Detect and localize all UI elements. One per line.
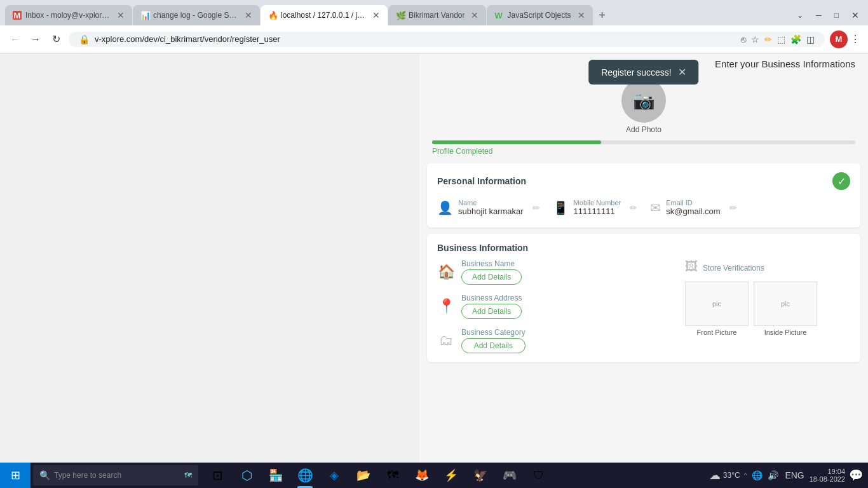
photo-circle[interactable]: 📷	[621, 78, 666, 123]
right-panel: Register success! ✕ Enter your Business …	[419, 53, 868, 488]
personal-info-check: ✓	[832, 172, 850, 190]
bikrimart-icon: 🌿	[396, 11, 405, 20]
share-icon[interactable]: ⎋	[741, 34, 746, 44]
email-details: Email ID sk@gmail.com	[666, 199, 720, 216]
new-tab-button[interactable]: +	[593, 6, 611, 24]
content-area: Register success! ✕ Enter your Business …	[0, 53, 868, 488]
taskbar-app3[interactable]: 🛡	[525, 463, 553, 488]
weather-widget[interactable]: ☁ 33°C	[709, 468, 740, 482]
business-category-add-button[interactable]: Add Details	[461, 338, 526, 353]
email-edit-button[interactable]: ✏	[729, 203, 737, 213]
highlight-icon[interactable]: ✏	[764, 34, 772, 44]
toast-close-button[interactable]: ✕	[678, 66, 686, 78]
notification-icon[interactable]: 💬	[849, 468, 863, 482]
tab-sheets-close[interactable]: ✕	[245, 10, 252, 20]
back-button[interactable]: ←	[8, 34, 23, 45]
business-name-details: Business Name Add Details	[461, 259, 522, 285]
tab-sheets[interactable]: 📊 change log - Google Sheets ✕	[133, 5, 260, 25]
url-bar[interactable]: 🔒 v-xplore.com/dev/ci_bikrimart/vendor/r…	[69, 32, 825, 47]
photo-section: 📷 Add Photo	[419, 78, 868, 134]
close-window-button[interactable]: ✕	[848, 9, 863, 22]
start-button[interactable]: ⊞	[0, 463, 31, 488]
front-picture-img[interactable]: pic	[685, 281, 749, 326]
mobile-value: 111111111	[574, 207, 621, 216]
forward-button[interactable]: →	[28, 34, 43, 45]
taskbar-date: 18-08-2022	[810, 475, 845, 483]
business-address-label: Business Address	[461, 294, 522, 302]
weather-icon: ☁	[709, 468, 721, 482]
taskbar-search-text: Type here to search	[54, 471, 121, 480]
taskbar: ⊞ 🔍 Type here to search 🗺 ⊡ ⬡ 🏪 🌐 ◈ 📂 🗺	[0, 463, 868, 488]
menu-button[interactable]: ⋮	[850, 33, 860, 45]
jsobjects-icon: W	[494, 11, 503, 20]
taskbar-widgets[interactable]: ⬡	[233, 463, 261, 488]
business-address-add-button[interactable]: Add Details	[461, 304, 522, 319]
name-value: subhojit karmakar	[458, 207, 524, 216]
email-label: Email ID	[666, 199, 720, 207]
taskbar-maps[interactable]: 🗺	[379, 463, 407, 488]
taskbar-task-view[interactable]: ⊡	[203, 463, 231, 488]
taskbar-app1[interactable]: 🦅	[466, 463, 494, 488]
language-indicator[interactable]: ENG	[783, 469, 805, 482]
browser-chrome: M Inbox - moloy@v-xplore.com ✕ 📊 change …	[0, 0, 868, 53]
inside-picture-caption: Inside Picture	[764, 329, 807, 336]
url-action-icons: ⎋ ☆ ✏ ⬚ 🧩 ◫	[741, 34, 815, 44]
tab-gmail[interactable]: M Inbox - moloy@v-xplore.com ✕	[5, 5, 132, 25]
address-bar: ← → ↻ 🔒 v-xplore.com/dev/ci_bikrimart/ve…	[0, 25, 868, 53]
left-panel	[0, 53, 419, 488]
tab-jsobjects-close[interactable]: ✕	[578, 10, 585, 20]
tab-localhost[interactable]: 🔥 localhost / 127.0.0.1 / jaduric ✕	[261, 5, 388, 25]
tab-bikrimart-close[interactable]: ✕	[471, 10, 478, 20]
taskbar-edge[interactable]: 🌐	[291, 463, 319, 488]
minimize-button[interactable]: ─	[812, 10, 825, 21]
progress-bar-fill	[432, 140, 601, 144]
extensions-icon[interactable]: 🧩	[790, 34, 801, 44]
screenshot-icon[interactable]: ⬚	[777, 34, 785, 44]
business-info-card: Business Information 🏠 Business Name Add…	[427, 234, 860, 362]
taskbar-file-explorer[interactable]: 📂	[349, 463, 377, 488]
taskbar-vscode[interactable]: ◈	[320, 463, 348, 488]
email-item: ✉ Email ID sk@gmail.com ✏	[650, 199, 736, 216]
system-tray-icons: 🌐 🔊	[750, 469, 780, 482]
mobile-item: 📱 Mobile Number 111111111 ✏	[553, 199, 638, 216]
tab-jsobjects-title: JavaScript Objects	[507, 11, 571, 20]
inside-picture-img[interactable]: pic	[754, 281, 817, 326]
taskbar-search[interactable]: 🔍 Type here to search 🗺	[33, 465, 198, 485]
phone-icon: 📱	[553, 200, 569, 215]
tab-gmail-close[interactable]: ✕	[117, 10, 125, 20]
mobile-edit-button[interactable]: ✏	[630, 203, 637, 213]
taskbar-store[interactable]: 🏪	[262, 463, 290, 488]
browser-actions: M ⋮	[830, 30, 860, 48]
add-photo-label: Add Photo	[626, 125, 661, 134]
system-tray-expand[interactable]: ^	[744, 472, 747, 479]
tab-list-button[interactable]: ⌄	[793, 10, 807, 21]
progress-bar-container	[432, 140, 855, 144]
tab-jsobjects[interactable]: W JavaScript Objects ✕	[487, 5, 592, 25]
email-icon: ✉	[650, 200, 661, 215]
bookmark-icon[interactable]: ☆	[751, 34, 759, 44]
tab-localhost-title: localhost / 127.0.0.1 / jaduric	[281, 11, 366, 20]
tab-bikrimart-title: Bikrimart Vandor	[409, 11, 465, 20]
tab-bikrimart[interactable]: 🌿 Bikrimart Vandor ✕	[388, 5, 486, 25]
maximize-button[interactable]: □	[831, 10, 843, 21]
store-verification-section: 🖼 Store Verifications pic Front Picture	[685, 259, 850, 353]
business-name-add-button[interactable]: Add Details	[461, 269, 522, 285]
business-address-item: 📍 Business Address Add Details	[437, 294, 675, 319]
personal-info-card: Personal Information ✓ 👤 Name subhojit k…	[427, 163, 860, 227]
taskbar-filezilla[interactable]: ⚡	[437, 463, 465, 488]
taskbar-app2[interactable]: 🎮	[496, 463, 524, 488]
tab-localhost-close[interactable]: ✕	[372, 10, 380, 20]
business-name-label: Business Name	[461, 259, 522, 268]
name-item: 👤 Name subhojit karmakar ✏	[437, 199, 540, 216]
store-verif-container: 🖼 Store Verifications pic Front Picture	[685, 259, 850, 336]
name-edit-button[interactable]: ✏	[532, 203, 540, 213]
profile-button[interactable]: M	[830, 30, 848, 48]
name-label: Name	[458, 199, 524, 207]
network-icon[interactable]: 🌐	[750, 469, 764, 482]
taskbar-clock[interactable]: 19:04 18-08-2022	[810, 468, 845, 483]
volume-icon[interactable]: 🔊	[766, 469, 780, 482]
reload-button[interactable]: ↻	[48, 33, 64, 45]
sidebar-icon[interactable]: ◫	[806, 34, 815, 44]
business-info-title: Business Information	[437, 243, 528, 253]
taskbar-firefox[interactable]: 🦊	[408, 463, 436, 488]
